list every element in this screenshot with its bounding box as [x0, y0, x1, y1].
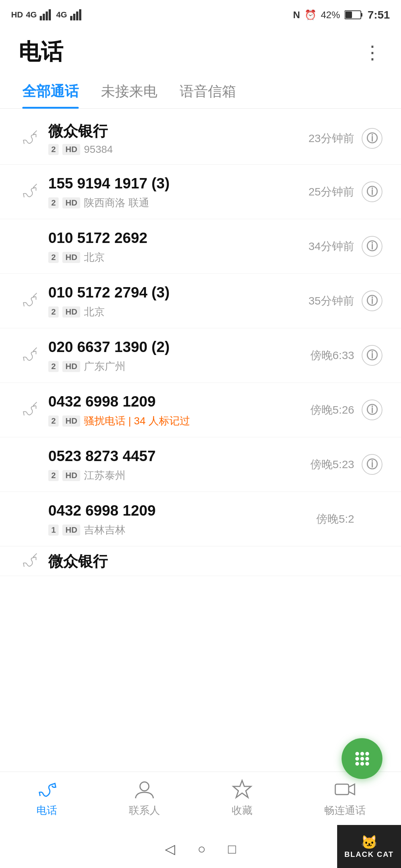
call-item[interactable]: 微众银行 2 HD 95384 23分钟前 ⓘ: [0, 112, 401, 165]
svg-rect-6: [76, 11, 78, 20]
call-details: 0523 8273 4457 2 HD 江苏泰州: [41, 446, 310, 483]
call-type-icon: [19, 292, 41, 309]
tab-missed-calls[interactable]: 未接来电: [101, 82, 157, 108]
info-button[interactable]: ⓘ: [362, 400, 382, 420]
svg-line-16: [33, 184, 37, 188]
svg-rect-41: [335, 784, 349, 795]
call-location: 吉林吉林: [84, 523, 125, 537]
svg-line-26: [33, 402, 37, 406]
dialpad-fab[interactable]: [342, 738, 382, 779]
contact-name: 010 5172 2794 (3): [48, 283, 309, 302]
nav-item-hd-call[interactable]: 畅连通话: [324, 778, 366, 818]
hd-badge: HD: [62, 252, 80, 263]
call-item[interactable]: 0432 6998 1209 1 HD 吉林吉林 傍晚5:2 ⓘ: [0, 492, 401, 546]
info-button[interactable]: ⓘ: [362, 290, 382, 311]
call-sub-info: 2 HD 骚扰电话 | 34 人标记过: [48, 414, 310, 428]
nav-item-phone[interactable]: 电话: [36, 778, 58, 818]
carrier-hd2: 4G: [56, 10, 67, 20]
info-button[interactable]: ⓘ: [362, 454, 382, 475]
star-nav-icon: [231, 778, 253, 800]
sim-badge: 2: [48, 470, 59, 481]
call-time: 傍晚5:26: [310, 402, 354, 418]
call-location: 广东广州: [84, 359, 125, 374]
call-details: 微众银行 2 HD 95384: [41, 121, 309, 155]
call-type-icon: [19, 183, 41, 200]
svg-rect-1: [43, 14, 45, 20]
back-button[interactable]: ◁: [165, 841, 175, 857]
call-sub-info: 2 HD 广东广州: [48, 359, 310, 374]
call-sub-info: 2 HD 北京: [48, 250, 309, 264]
sim-badge: 2: [48, 306, 59, 318]
call-time-area: 傍晚5:2 ⓘ: [316, 509, 382, 529]
header: 电话 ⋮: [0, 30, 401, 75]
call-time-area: 傍晚5:26 ⓘ: [310, 400, 382, 420]
phone-nav-icon: [36, 778, 58, 800]
signal-bars-1: [40, 9, 53, 20]
call-item[interactable]: 010 5172 2794 (3) 2 HD 北京 35分钟前 ⓘ: [0, 274, 401, 328]
nav-item-contacts[interactable]: 联系人: [129, 778, 160, 818]
svg-point-38: [365, 762, 369, 766]
svg-rect-10: [345, 11, 352, 18]
svg-rect-2: [46, 11, 48, 20]
call-time: 35分钟前: [309, 293, 354, 309]
call-location: 北京: [84, 305, 105, 319]
sim-badge: 2: [48, 415, 59, 427]
more-menu-button[interactable]: ⋮: [363, 42, 382, 63]
nav-label-phone: 电话: [36, 803, 57, 818]
hd-badge: HD: [62, 306, 80, 318]
contact-name: 155 9194 1917 (3): [48, 174, 309, 193]
call-item[interactable]: 0523 8273 4457 2 HD 江苏泰州 傍晚5:23 ⓘ: [0, 437, 401, 492]
call-item[interactable]: 0432 6998 1209 2 HD 骚扰电话 | 34 人标记过 傍晚5:2…: [0, 383, 401, 437]
call-time: 傍晚5:2: [316, 512, 354, 527]
svg-rect-9: [361, 13, 362, 17]
call-item[interactable]: 155 9194 1917 (3) 2 HD 陕西商洛 联通 25分钟前 ⓘ: [0, 165, 401, 219]
call-details: 020 6637 1390 (2) 2 HD 广东广州: [41, 337, 310, 374]
svg-point-36: [355, 762, 359, 766]
call-sub-info: 1 HD 吉林吉林: [48, 523, 316, 537]
hd-badge: HD: [62, 415, 80, 427]
info-button[interactable]: ⓘ: [362, 128, 382, 149]
contact-name: 0523 8273 4457: [48, 446, 310, 466]
contact-name: 010 5172 2692: [48, 228, 309, 247]
time: 7:51: [368, 9, 390, 21]
call-sub-info: 2 HD 北京: [48, 305, 309, 319]
call-time: 傍晚6:33: [310, 348, 354, 363]
call-item-partial[interactable]: 微众银行: [0, 546, 401, 576]
call-time: 23分钟前: [309, 131, 354, 146]
call-item[interactable]: 010 5172 2692 2 HD 北京 34分钟前 ⓘ: [0, 219, 401, 274]
status-right: N ⏰ 42% 7:51: [293, 9, 390, 21]
call-sub-info: 2 HD 95384: [48, 144, 309, 155]
call-location: 北京: [84, 250, 105, 264]
call-time-area: 傍晚6:33 ⓘ: [310, 345, 382, 366]
alarm-icon: ⏰: [304, 9, 316, 21]
home-button[interactable]: ○: [198, 841, 206, 857]
spam-label: 骚扰电话 | 34 人标记过: [84, 414, 190, 428]
call-location: 陕西商洛 联通: [84, 196, 149, 210]
info-button[interactable]: ⓘ: [362, 181, 382, 202]
svg-rect-7: [79, 9, 81, 20]
svg-marker-40: [233, 780, 251, 798]
call-time-area: 23分钟前 ⓘ: [309, 128, 382, 149]
status-left: HD 4G 4G: [11, 9, 84, 20]
tab-voicemail[interactable]: 语音信箱: [180, 82, 236, 108]
call-time-area: 25分钟前 ⓘ: [309, 181, 382, 202]
call-sub-info: 2 HD 江苏泰州: [48, 468, 310, 483]
info-button[interactable]: ⓘ: [362, 236, 382, 257]
tab-all-calls[interactable]: 全部通话: [22, 82, 79, 108]
contact-name: 0432 6998 1209: [48, 392, 310, 411]
svg-point-35: [365, 757, 369, 760]
recents-button[interactable]: □: [228, 841, 236, 857]
svg-rect-0: [40, 16, 42, 20]
battery-icon: [345, 10, 363, 20]
call-item[interactable]: 020 6637 1390 (2) 2 HD 广东广州 傍晚6:33 ⓘ: [0, 328, 401, 383]
sim-badge: 2: [48, 361, 59, 372]
nav-item-favorites[interactable]: 收藏: [231, 778, 253, 818]
contact-name: 微众银行: [48, 552, 382, 571]
info-button[interactable]: ⓘ: [362, 345, 382, 366]
gesture-bar: ◁ ○ □: [165, 841, 236, 857]
call-type-icon: [19, 347, 41, 364]
call-details: 0432 6998 1209 1 HD 吉林吉林: [41, 501, 316, 537]
black-cat-watermark: 🐱 BLACK CAT: [337, 825, 401, 868]
sim-badge: 1: [48, 525, 59, 536]
hd-badge: HD: [62, 525, 80, 536]
